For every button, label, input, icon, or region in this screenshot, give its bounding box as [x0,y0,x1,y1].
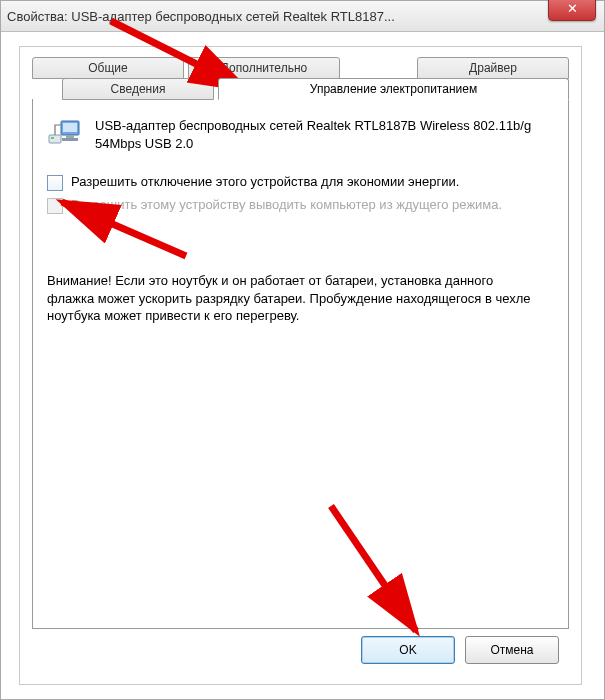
checkbox-icon [47,198,63,214]
svg-rect-1 [63,123,77,132]
tab-general[interactable]: Общие [32,57,184,79]
checkbox-allow-power-off[interactable]: Разрешить отключение этого устройства дл… [47,174,554,191]
svg-rect-5 [51,137,54,139]
close-button[interactable]: ✕ [548,0,596,21]
titlebar[interactable]: Свойства: USB-адаптер беспроводных сетей… [1,1,604,32]
properties-dialog: Свойства: USB-адаптер беспроводных сетей… [0,0,605,700]
network-adapter-icon [47,117,83,149]
tab-details[interactable]: Сведения [62,78,214,100]
checkbox-allow-power-off-label: Разрешить отключение этого устройства дл… [71,174,459,191]
ok-button[interactable]: OK [361,636,455,664]
cancel-button[interactable]: Отмена [465,636,559,664]
window-title: Свойства: USB-адаптер беспроводных сетей… [7,9,598,24]
checkbox-allow-wake: Разрешить этому устройству выводить комп… [47,197,554,214]
warning-text: Внимание! Если это ноутбук и он работает… [47,272,537,325]
tab-content: USB-адаптер беспроводных сетей Realtek R… [32,99,569,629]
device-name: USB-адаптер беспроводных сетей Realtek R… [95,117,554,152]
content-panel: Общие Дополнительно Драйвер Сведения Упр… [19,46,582,685]
tabs: Общие Дополнительно Драйвер Сведения Упр… [20,47,581,100]
tab-advanced[interactable]: Дополнительно [188,57,340,79]
svg-rect-3 [62,138,78,141]
tab-power-management[interactable]: Управление электропитанием [218,78,569,100]
svg-rect-2 [66,135,74,138]
svg-rect-4 [49,135,61,143]
checkbox-allow-wake-label: Разрешить этому устройству выводить комп… [71,197,502,214]
checkbox-icon [47,175,63,191]
tab-driver[interactable]: Драйвер [417,57,569,79]
close-icon: ✕ [567,1,578,16]
